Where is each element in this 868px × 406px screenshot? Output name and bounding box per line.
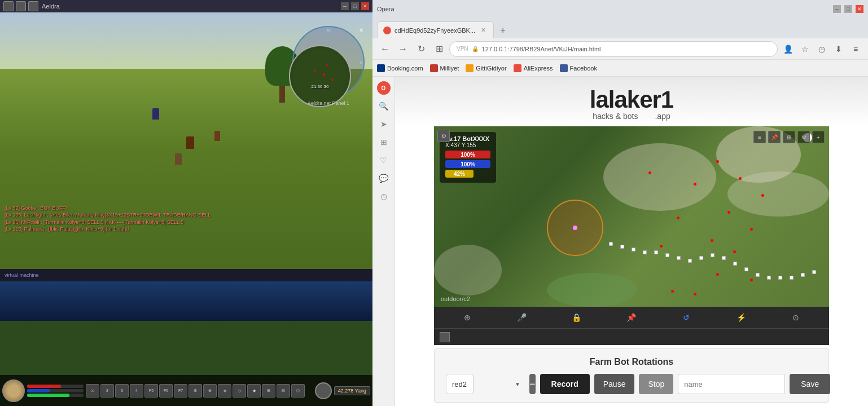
pause-button[interactable]: Pause <box>594 374 635 394</box>
minimap-close-btn[interactable]: ✕ <box>359 27 363 33</box>
sidebar-heart-icon[interactable]: ♡ <box>377 153 391 167</box>
browser-tab-active[interactable]: cdHdEq9d52zyFnyeexGBK... ✕ <box>377 21 494 38</box>
tab-close-btn[interactable]: ✕ <box>479 26 488 35</box>
sidebar-history-icon[interactable]: ◷ <box>377 189 391 203</box>
player-dot <box>573 226 577 230</box>
ctrl-pin[interactable]: 📌 <box>624 310 639 325</box>
skill-5[interactable]: F5 <box>144 384 158 398</box>
panel-icon-settings[interactable]: ⚙ <box>797 131 810 143</box>
select-chevron-icon: ▼ <box>515 381 520 387</box>
rotation-select[interactable]: red2 <box>446 374 474 394</box>
bookmarks-bar: Booking.com Milliyet GittiGidiyor AliExp… <box>372 60 868 77</box>
maximize-button[interactable]: □ <box>351 2 359 10</box>
skill-15[interactable]: ⬡ <box>291 384 305 398</box>
bookmark-booking[interactable]: Booking.com <box>377 64 423 72</box>
record-button[interactable]: Record <box>540 374 590 394</box>
close-button[interactable]: ✕ <box>361 2 369 10</box>
chat-line-1: [Lv 82] Gootie : BUY BUFFI <box>5 205 357 212</box>
minimap-coords: 21:30:36 <box>311 84 328 89</box>
sidebar-grid-icon[interactable]: ⊞ <box>377 135 391 149</box>
path-9 <box>699 256 703 260</box>
taskbar-text: virtual machine <box>5 272 39 278</box>
browser-close-btn[interactable]: ✕ <box>856 5 863 13</box>
home-btn[interactable]: ⊞ <box>431 41 447 57</box>
panel-icon-menu[interactable]: ≡ <box>753 131 766 143</box>
bookmark-gittigidiyor[interactable]: GittiGidiyor <box>466 64 506 72</box>
forward-btn[interactable]: → <box>395 41 411 57</box>
ctrl-lock[interactable]: 🔒 <box>569 310 585 325</box>
skill-6[interactable]: F6 <box>159 384 173 398</box>
user-btn[interactable]: 👤 <box>780 41 796 57</box>
game-hud: ⚔ 2 3 4 F5 F6 F7 ⚙ ⊕ ◈ ◇ ◆ ⊞ ⊟ ⬡ 42.278 … <box>0 375 372 406</box>
browser-minimize-btn[interactable]: ─ <box>833 5 841 13</box>
bookmark-facebook[interactable]: Facebook <box>560 64 597 72</box>
hud-bars <box>27 385 84 397</box>
ctrl-mic[interactable]: 🎤 <box>514 310 530 325</box>
minimap-container: N S W B 21:30:36 Aeldra.net Panel 1 ✕ <box>295 28 362 96</box>
skill-13[interactable]: ⊞ <box>262 384 275 398</box>
skill-11[interactable]: ◇ <box>233 384 246 398</box>
minus-button[interactable]: − <box>529 374 536 394</box>
skill-10[interactable]: ◈ <box>218 384 231 398</box>
path-16 <box>778 276 782 280</box>
skill-3[interactable]: 3 <box>115 384 129 398</box>
skill-9[interactable]: ⊕ <box>203 384 217 398</box>
settings-overlay-btn[interactable]: ⚙ <box>437 130 450 142</box>
panel-icon-add[interactable]: + <box>812 131 825 143</box>
facebook-favicon <box>560 64 568 72</box>
panel-icon-pin[interactable]: 📌 <box>768 131 781 143</box>
download-btn[interactable]: ⬇ <box>831 41 847 57</box>
vpn-badge: VPN <box>457 46 468 52</box>
skill-14[interactable]: ⊟ <box>277 384 290 398</box>
page-logo-main: lalaker1 <box>395 88 868 112</box>
minimize-button[interactable]: ─ <box>341 2 349 10</box>
ctrl-circle[interactable]: ⊙ <box>788 310 804 325</box>
minimap[interactable]: 21:30:36 <box>289 45 351 107</box>
browser-restore-btn[interactable]: □ <box>844 5 852 13</box>
skill-12[interactable]: ◆ <box>247 384 261 398</box>
map-enemy-12 <box>677 217 680 219</box>
in-page-game[interactable]: Lv.17 BotXXXX X:437 Y:155 100% 100% 42% … <box>434 126 829 307</box>
new-tab-btn[interactable]: + <box>495 23 511 38</box>
character-2 <box>214 131 220 141</box>
map-enemy-3 <box>761 194 764 197</box>
lock-icon: 🔒 <box>472 46 479 52</box>
game-icon-2 <box>16 1 26 11</box>
extra-square[interactable] <box>440 332 450 342</box>
map-enemy-9 <box>716 273 719 276</box>
skill-1[interactable]: ⚔ <box>86 384 99 398</box>
chat-line-2: [Lv 105] LastNight : [Ateş Bilen Muhariş… <box>5 211 357 219</box>
skill-4[interactable]: 4 <box>130 384 143 398</box>
map-location: outdoor/c2 <box>441 295 470 302</box>
game-controls-bar: ⊕ 🎤 🔒 📌 ↺ ⚡ ⊙ <box>434 307 829 328</box>
map-enemy-1 <box>716 160 719 163</box>
history-btn[interactable]: ◷ <box>814 41 830 57</box>
sidebar-search-icon[interactable]: 🔍 <box>377 99 391 113</box>
name-input[interactable] <box>678 374 785 394</box>
bookmark-aliexpress[interactable]: AliExpress <box>514 64 553 72</box>
skill-7[interactable]: F7 <box>174 384 187 398</box>
terrain-patch-5 <box>547 273 637 307</box>
ctrl-refresh[interactable]: ↺ <box>678 310 694 325</box>
panel-icon-grid[interactable]: ⊞ <box>783 131 795 143</box>
stop-button[interactable]: Stop <box>639 374 673 394</box>
game-scene[interactable]: N S W B 21:30:36 Aeldra.net Panel 1 ✕ <box>0 12 372 269</box>
sidebar-chat-icon[interactable]: 💬 <box>377 171 391 185</box>
save-button[interactable]: Save <box>790 374 830 394</box>
refresh-btn[interactable]: ↻ <box>413 41 429 57</box>
farm-bot-controls: red2 ▼ − Record Pause Stop Save <box>446 374 817 394</box>
compass-n: N <box>327 28 330 33</box>
back-btn[interactable]: ← <box>377 41 393 57</box>
star-btn[interactable]: ☆ <box>797 41 813 57</box>
path-8 <box>688 259 692 263</box>
sidebar-send-icon[interactable]: ➤ <box>377 117 391 131</box>
opera-logo[interactable]: O <box>377 81 391 95</box>
hud-menu-btn[interactable] <box>315 382 332 399</box>
address-bar[interactable]: VPN 🔒 127.0.0.1:7798/RB29Anet/VKiJH/main… <box>449 41 778 57</box>
ctrl-bolt[interactable]: ⚡ <box>733 310 749 325</box>
menu-btn[interactable]: ≡ <box>848 41 863 57</box>
skill-2[interactable]: 2 <box>100 384 114 398</box>
skill-8[interactable]: ⚙ <box>188 384 202 398</box>
ctrl-crosshair[interactable]: ⊕ <box>459 310 475 325</box>
bookmark-milliyet[interactable]: Milliyet <box>430 64 459 72</box>
